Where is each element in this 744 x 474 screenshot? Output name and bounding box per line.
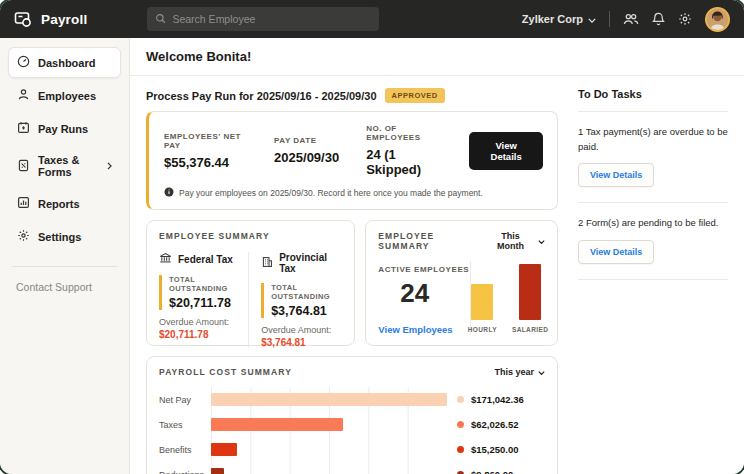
dashboard-column: Process Pay Run for 2025/09/16 - 2025/09… bbox=[146, 88, 558, 462]
active-employees-label: ACTIVE EMPLOYEES bbox=[378, 265, 470, 274]
sidebar-item-label: Employees bbox=[38, 90, 96, 102]
provincial-tax-section: Provincial Tax TOTAL OUTSTANDING $3,764.… bbox=[248, 252, 342, 348]
payrun-card: EMPLOYEES' NET PAY $55,376.44 PAY DATE 2… bbox=[146, 111, 558, 210]
chevron-down-icon bbox=[588, 13, 596, 25]
employee-summary-card: EMPLOYEE SUMMARY This Month ACTIVE EMPLO… bbox=[365, 220, 558, 346]
payroll-logo-icon bbox=[14, 10, 33, 29]
chart-row-net-pay: Net Pay bbox=[159, 387, 447, 412]
sidebar: Dashboard Employees Pay Runs Taxes & For… bbox=[0, 38, 130, 474]
caret-down-icon bbox=[538, 236, 545, 246]
dashboard-icon bbox=[17, 55, 30, 70]
legend-dot bbox=[457, 446, 464, 453]
sidebar-item-pay-runs[interactable]: Pay Runs bbox=[8, 113, 121, 144]
employee-type-chart: HOURLY SALARIED bbox=[470, 261, 545, 335]
users-icon[interactable] bbox=[623, 12, 639, 26]
sidebar-item-label: Reports bbox=[38, 198, 80, 210]
status-badge: APPROVED bbox=[385, 88, 445, 103]
chart-row-taxes: Taxes bbox=[159, 412, 447, 437]
sidebar-item-dashboard[interactable]: Dashboard bbox=[8, 47, 121, 78]
legend-dot bbox=[457, 421, 464, 428]
card-title: EMPLOYEE SUMMARY bbox=[159, 231, 270, 241]
salaried-bar bbox=[519, 264, 541, 320]
card-title: PAYROLL COST SUMMARY bbox=[159, 367, 292, 377]
employee-count-field: NO. OF EMPLOYEES 24 (1 Skipped) bbox=[366, 124, 442, 177]
topbar-actions: Zylker Corp bbox=[522, 7, 730, 32]
search-icon bbox=[155, 10, 166, 28]
pay-date-field: PAY DATE 2025/09/30 bbox=[274, 136, 339, 165]
sidebar-item-employees[interactable]: Employees bbox=[8, 80, 121, 111]
sidebar-item-label: Settings bbox=[38, 231, 81, 243]
topbar: Payroll Zylker Corp bbox=[0, 0, 744, 38]
todo-task-tax-payments: 1 Tax payment(s) are overdue to be paid.… bbox=[578, 112, 728, 203]
legend-item: $15,250.00 bbox=[457, 437, 545, 462]
org-name: Zylker Corp bbox=[522, 13, 583, 25]
building-icon bbox=[261, 256, 273, 270]
bar-chart-icon bbox=[17, 196, 30, 211]
sidebar-item-label: Dashboard bbox=[38, 57, 95, 69]
todo-task-forms-pending: 2 Form(s) are pending to be filed. View … bbox=[578, 203, 728, 280]
avatar[interactable] bbox=[705, 7, 730, 32]
sidebar-item-label: Taxes & Forms bbox=[38, 154, 99, 178]
federal-tax-section: Federal Tax TOTAL OUTSTANDING $20,711.78… bbox=[159, 252, 248, 348]
bell-icon[interactable] bbox=[652, 12, 665, 26]
gear-icon[interactable] bbox=[678, 12, 692, 26]
app-window: Payroll Zylker Corp bbox=[0, 0, 744, 474]
org-switcher[interactable]: Zylker Corp bbox=[522, 13, 596, 25]
view-details-button[interactable]: View Details bbox=[469, 132, 543, 170]
hourly-bar bbox=[471, 284, 493, 320]
legend-dot bbox=[457, 396, 464, 403]
person-icon bbox=[17, 88, 30, 103]
sidebar-item-settings[interactable]: Settings bbox=[8, 221, 121, 252]
sidebar-item-label: Pay Runs bbox=[38, 123, 88, 135]
card-title: EMPLOYEE SUMMARY bbox=[378, 231, 487, 251]
view-details-button[interactable]: View Details bbox=[578, 240, 654, 264]
gear-icon bbox=[17, 229, 30, 244]
document-icon bbox=[17, 159, 30, 174]
todo-panel: To Do Tasks 1 Tax payment(s) are overdue… bbox=[578, 88, 728, 462]
active-employees-count: 24 bbox=[400, 278, 470, 309]
benefits-bar bbox=[211, 443, 237, 456]
view-details-button[interactable]: View Details bbox=[578, 163, 654, 187]
view-employees-link[interactable]: View Employees bbox=[378, 324, 470, 335]
legend-item: $171,042.36 bbox=[457, 387, 545, 412]
page-title: Welcome Bonita! bbox=[130, 38, 744, 76]
legend-item: $62,026.52 bbox=[457, 412, 545, 437]
deductions-bar bbox=[211, 468, 224, 474]
payrun-title: Process Pay Run for 2025/09/16 - 2025/09… bbox=[146, 90, 377, 102]
period-dropdown[interactable]: This year bbox=[494, 367, 545, 377]
search-input[interactable] bbox=[172, 13, 371, 25]
chevron-right-icon bbox=[107, 162, 112, 170]
search-box[interactable] bbox=[147, 7, 379, 31]
contact-support-link[interactable]: Contact Support bbox=[8, 277, 121, 297]
caret-down-icon bbox=[538, 367, 545, 377]
legend-item: $9,860.00 bbox=[457, 462, 545, 474]
main-area: Welcome Bonita! Process Pay Run for 2025… bbox=[130, 38, 744, 474]
chart-legend: $171,042.36 $62,026.52 $15,250.00 bbox=[457, 387, 545, 474]
taxes-bar bbox=[211, 418, 343, 431]
payrun-note: Pay your employees on 2025/09/30. Record… bbox=[179, 188, 483, 198]
sidebar-item-taxes-forms[interactable]: Taxes & Forms bbox=[8, 146, 121, 186]
payroll-cost-summary-card: PAYROLL COST SUMMARY This year Net Pay bbox=[146, 356, 558, 474]
tax-summary-card: EMPLOYEE SUMMARY Federal Tax TOTAL bbox=[146, 220, 355, 346]
divider bbox=[12, 266, 117, 267]
chart-row-deductions: Deductions bbox=[159, 462, 447, 474]
todo-title: To Do Tasks bbox=[578, 88, 728, 112]
period-dropdown[interactable]: This Month bbox=[487, 231, 545, 251]
calendar-icon bbox=[17, 121, 30, 136]
info-icon bbox=[164, 187, 174, 199]
brand: Payroll bbox=[14, 10, 87, 29]
cost-chart: Net Pay Taxes Benefits bbox=[159, 387, 545, 474]
net-pay-bar bbox=[211, 393, 447, 406]
sidebar-item-reports[interactable]: Reports bbox=[8, 188, 121, 219]
app-title: Payroll bbox=[41, 12, 87, 27]
chart-row-benefits: Benefits bbox=[159, 437, 447, 462]
bank-icon bbox=[159, 252, 172, 266]
divider bbox=[609, 11, 610, 27]
net-pay-field: EMPLOYEES' NET PAY $55,376.44 bbox=[164, 132, 247, 170]
